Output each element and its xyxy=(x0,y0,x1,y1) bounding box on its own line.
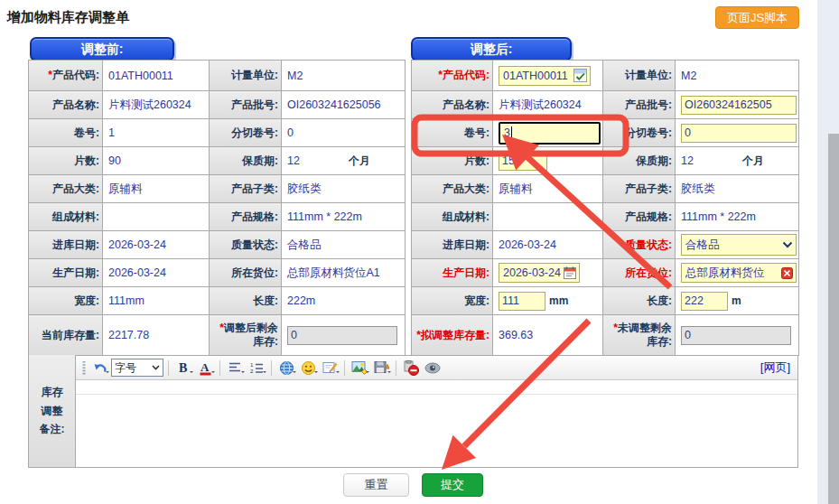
page: 增加物料库存调整单 页面JS脚本 调整前: 调整后: *产品代码: 01ATH0… xyxy=(0,0,839,504)
unit-label: m xyxy=(732,294,741,307)
submit-button[interactable]: 提交 xyxy=(422,473,483,497)
block-paste-icon[interactable] xyxy=(401,359,421,377)
field-label: 产品规格: xyxy=(210,203,282,231)
roll-no-input[interactable]: 3 xyxy=(499,122,601,145)
piece-count-input[interactable] xyxy=(499,152,547,171)
before-remaining-after-adjust-input xyxy=(287,326,397,345)
field-value: 01ATH00011 xyxy=(103,61,210,91)
save-html-icon[interactable] xyxy=(371,359,391,377)
action-button-row: 重置 提交 xyxy=(28,473,798,497)
field-label: 产品名称: xyxy=(29,91,103,119)
field-value xyxy=(676,91,799,119)
font-size-select[interactable]: 字号 xyxy=(111,359,163,377)
unit-label: mm xyxy=(549,294,568,307)
field-label: 分切卷号: xyxy=(603,119,676,147)
field-value: 111mm xyxy=(103,287,210,315)
emoticon-icon[interactable] xyxy=(298,359,318,377)
align-icon[interactable] xyxy=(225,359,245,377)
remark-label-cell: 库存调整备注: xyxy=(28,355,76,468)
field-value: 原辅料 xyxy=(493,175,603,203)
before-table: *产品代码: 01ATH00011 计量单位: M2 产品名称: 片料测试260… xyxy=(28,60,406,356)
edit-panel-icon[interactable] xyxy=(320,359,340,377)
field-label: *产品代码: xyxy=(412,61,493,91)
field-label: 计量单位: xyxy=(210,61,282,91)
field-label: 产品规格: xyxy=(603,203,676,231)
web-mode-link[interactable]: [网页] xyxy=(760,359,793,376)
clear-location-icon[interactable] xyxy=(781,267,793,279)
remark-editor[interactable]: 字号 B A 12 [网页] xyxy=(76,355,798,468)
scrollbar-thumb[interactable] xyxy=(828,134,839,504)
editor-toolbar: 字号 B A 12 [网页] xyxy=(76,356,797,380)
field-value: 1 xyxy=(103,119,210,147)
toolbar-drag-handle[interactable] xyxy=(80,359,88,377)
field-label: 卷号: xyxy=(29,119,103,147)
preview-eye-icon[interactable] xyxy=(423,359,443,377)
field-label: 宽度: xyxy=(29,287,103,315)
chevron-down-icon xyxy=(782,241,793,248)
quality-status-select[interactable]: 合格品 xyxy=(681,234,797,256)
font-color-icon[interactable]: A xyxy=(195,359,215,377)
field-label: 当前库存量: xyxy=(29,315,103,356)
hyperlink-globe-icon[interactable] xyxy=(276,359,296,377)
field-value: 总部原材料货位A1 xyxy=(282,259,406,287)
insert-image-icon[interactable] xyxy=(350,359,369,377)
field-value: 总部原材料货位 xyxy=(676,259,799,287)
field-value: 90 xyxy=(103,147,210,175)
field-value: M2 xyxy=(282,61,406,91)
field-value xyxy=(676,119,799,147)
svg-text:A: A xyxy=(200,360,210,374)
field-value: 2026-03-24 xyxy=(103,259,210,287)
tab-after-adjust[interactable]: 调整后: xyxy=(411,37,572,61)
production-date-input[interactable]: 2026-03-24 xyxy=(499,263,580,283)
field-value: 3 xyxy=(493,119,603,147)
remark-label: 库存调整备注: xyxy=(38,383,67,438)
after-table: *产品代码: 01ATH00011 计量单位: M2 产品名称: 片料测试260… xyxy=(411,60,799,356)
length-input[interactable] xyxy=(681,292,728,311)
field-label: 所在货位: xyxy=(210,259,282,287)
batch-no-input[interactable] xyxy=(681,96,797,115)
field-value: 0 xyxy=(282,119,406,147)
product-code-input[interactable]: 01ATH00011 xyxy=(499,66,591,86)
field-label: 组成材料: xyxy=(412,203,493,231)
field-value: 2217.78 xyxy=(103,315,210,356)
field-label: 产品批号: xyxy=(210,91,282,119)
field-value: 2026-03-24 xyxy=(103,231,210,259)
field-label: 宽度: xyxy=(412,287,493,315)
field-value: OI2603241625056 xyxy=(282,91,406,119)
unit-label: 个月 xyxy=(349,154,370,169)
field-label: 产品大类: xyxy=(412,175,493,203)
ordered-list-icon[interactable]: 12 xyxy=(247,359,266,377)
field-label: 长度: xyxy=(210,287,282,315)
field-label: *未调整剩余库存: xyxy=(603,315,676,356)
toolbar-separator xyxy=(271,360,272,376)
field-label: 长度: xyxy=(603,287,676,315)
field-label: 卷号: xyxy=(412,119,493,147)
field-label: 产品子类: xyxy=(210,175,282,203)
calendar-icon[interactable] xyxy=(564,266,576,279)
field-label: 质量状态: xyxy=(210,231,282,259)
location-input[interactable]: 总部原材料货位 xyxy=(681,263,797,283)
field-label: *产品代码: xyxy=(29,61,103,91)
field-value xyxy=(493,203,603,231)
field-value: 111mm * 222m xyxy=(676,203,799,231)
field-value: 2026-03-24 xyxy=(493,231,603,259)
field-value: M2 xyxy=(676,61,799,91)
reset-button[interactable]: 重置 xyxy=(343,473,409,497)
page-js-script-button[interactable]: 页面JS脚本 xyxy=(715,6,799,29)
split-roll-no-input[interactable] xyxy=(681,124,797,143)
bold-icon[interactable]: B xyxy=(173,359,193,377)
field-value: 胶纸类 xyxy=(676,175,799,203)
lookup-icon[interactable] xyxy=(573,69,587,82)
field-label: 组成材料: xyxy=(29,203,103,231)
field-label: 生产日期: xyxy=(412,259,493,287)
field-value: m xyxy=(676,287,799,315)
field-label: 进库日期: xyxy=(412,231,493,259)
tab-before-adjust[interactable]: 调整前: xyxy=(30,37,174,61)
field-label: *调整后剩余库存: xyxy=(210,315,282,356)
field-label: 产品批号: xyxy=(603,91,676,119)
field-value: mm xyxy=(493,287,603,315)
field-value: 片料测试260324 xyxy=(103,91,210,119)
field-label: *拟调整库存量: xyxy=(412,315,493,356)
width-input[interactable] xyxy=(499,292,545,311)
undo-icon[interactable] xyxy=(89,359,109,377)
